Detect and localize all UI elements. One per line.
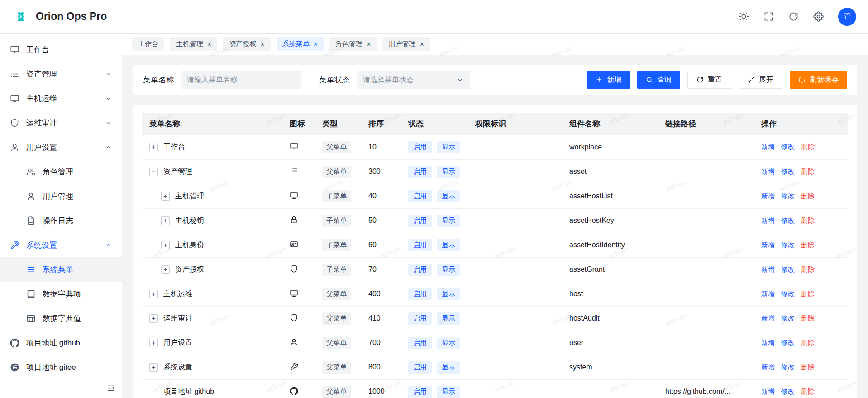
tab-2[interactable]: 资产授权×	[223, 37, 270, 51]
expand-row-button[interactable]: +	[161, 265, 170, 274]
row-add-link[interactable]: 新增	[761, 314, 775, 322]
row-edit-link[interactable]: 修改	[781, 363, 795, 371]
sidebar-subitem-role-management[interactable]: 角色管理	[0, 159, 122, 184]
visible-badge: 显示	[437, 288, 460, 300]
theme-icon[interactable]	[739, 11, 749, 22]
expand-row-button[interactable]: +	[149, 339, 158, 347]
table-row: +工作台父菜单10启用显示workplace新增修改删除	[142, 135, 848, 159]
row-add-link[interactable]: 新增	[761, 363, 775, 371]
sidebar-item-user-settings[interactable]: 用户设置	[0, 135, 122, 159]
row-add-link[interactable]: 新增	[761, 143, 775, 150]
menu-status-select[interactable]: 请选择菜单状态	[357, 71, 470, 89]
sidebar-subitem-dict-keys[interactable]: 数据字典项	[0, 282, 122, 306]
header-actions: 管	[739, 8, 856, 26]
row-delete-link[interactable]: 删除	[801, 388, 815, 395]
row-delete-link[interactable]: 删除	[801, 168, 815, 175]
sidebar-subitem-system-menu[interactable]: 系统菜单	[0, 257, 122, 282]
table-row: +系统设置父菜单800启用显示system新增修改删除	[142, 355, 848, 379]
sidebar-subitem-dict-values[interactable]: 数据字典值	[0, 306, 122, 331]
sidebar-item-asset-management[interactable]: 资产管理	[0, 62, 122, 86]
shield-icon	[290, 313, 298, 322]
row-delete-link[interactable]: 删除	[801, 290, 815, 297]
row-delete-link[interactable]: 删除	[801, 192, 815, 200]
row-add-link[interactable]: 新增	[761, 241, 775, 249]
menu-name-text: 运维审计	[163, 314, 192, 323]
row-edit-link[interactable]: 修改	[781, 290, 795, 297]
row-delete-link[interactable]: 删除	[801, 265, 815, 273]
close-icon[interactable]: ×	[260, 41, 264, 48]
column-header: 类型	[315, 113, 361, 135]
table-row: +主机运维父菜单400启用显示host新增修改删除	[142, 282, 848, 306]
tab-1[interactable]: 主机管理×	[170, 37, 217, 51]
collapse-sidebar-icon[interactable]	[107, 384, 115, 393]
close-icon[interactable]: ×	[367, 41, 371, 48]
row-delete-link[interactable]: 删除	[801, 216, 815, 224]
expand-row-button[interactable]: +	[149, 363, 158, 372]
row-delete-link[interactable]: 删除	[801, 143, 815, 150]
row-delete-link[interactable]: 删除	[801, 363, 815, 371]
row-add-link[interactable]: 新增	[761, 265, 775, 273]
sidebar-item-ops-audit[interactable]: 运维审计	[0, 110, 122, 135]
row-add-link[interactable]: 新增	[761, 339, 775, 346]
row-edit-link[interactable]: 修改	[781, 388, 795, 395]
row-add-link[interactable]: 新增	[761, 216, 775, 224]
row-edit-link[interactable]: 修改	[781, 265, 795, 273]
sidebar-item-host-ops[interactable]: 主机运维	[0, 86, 122, 110]
sidebar-subitem-label: 操作日志	[43, 216, 73, 226]
row-delete-link[interactable]: 删除	[801, 339, 815, 346]
tab-bar: 工作台主机管理×资产授权×系统菜单×角色管理×用户管理×	[122, 34, 868, 55]
expand-row-button[interactable]: +	[161, 216, 170, 225]
expand-row-button[interactable]: +	[149, 314, 158, 323]
expand-row-button[interactable]: +	[149, 143, 158, 151]
reset-button[interactable]: 重置	[687, 71, 731, 89]
table-body: +工作台父菜单10启用显示workplace新增修改删除−资产管理父菜单300启…	[142, 135, 848, 398]
row-edit-link[interactable]: 修改	[781, 143, 795, 150]
row-edit-link[interactable]: 修改	[781, 339, 795, 346]
column-header: 组件名称	[562, 113, 658, 135]
row-add-link[interactable]: 新增	[761, 168, 775, 175]
tab-5[interactable]: 用户管理×	[382, 37, 429, 51]
tab-4[interactable]: 角色管理×	[329, 37, 377, 51]
close-icon[interactable]: ×	[314, 41, 318, 48]
row-add-link[interactable]: 新增	[761, 290, 775, 297]
row-edit-link[interactable]: 修改	[781, 241, 795, 249]
expand-button[interactable]: 展开	[739, 71, 782, 89]
row-edit-link[interactable]: 修改	[781, 216, 795, 224]
menu-type-tag: 子菜单	[322, 215, 351, 227]
avatar[interactable]: 管	[838, 8, 856, 26]
row-edit-link[interactable]: 修改	[781, 314, 795, 322]
close-icon[interactable]: ×	[207, 41, 211, 48]
expand-row-button[interactable]: +	[149, 290, 158, 298]
sidebar-item-workbench[interactable]: 工作台	[0, 37, 122, 62]
row-delete-link[interactable]: 删除	[801, 314, 815, 322]
sidebar-item-system-settings[interactable]: 系统设置	[0, 233, 122, 257]
menu-name-text: 主机秘钥	[175, 216, 204, 225]
search-button[interactable]: 查询	[637, 71, 680, 89]
menu-name-input[interactable]	[181, 71, 301, 89]
menu-name-text: 资产管理	[163, 167, 192, 177]
sidebar-item-project-gitee[interactable]: 项目地址 gitee	[0, 355, 122, 379]
sidebar-item-label: 运维审计	[26, 118, 57, 128]
close-icon[interactable]: ×	[420, 41, 424, 48]
settings-icon[interactable]	[813, 11, 824, 22]
row-add-link[interactable]: 新增	[761, 192, 775, 200]
fullscreen-icon[interactable]	[763, 11, 774, 22]
refresh-cache-button[interactable]: 刷新缓存	[790, 71, 847, 89]
tab-3[interactable]: 系统菜单×	[277, 37, 324, 51]
app-logo[interactable]: Orion Ops Pro	[12, 8, 107, 26]
row-add-link[interactable]: 新增	[761, 388, 775, 395]
row-delete-link[interactable]: 删除	[801, 241, 815, 249]
tab-0[interactable]: 工作台	[132, 37, 164, 51]
column-header: 图标	[282, 113, 315, 135]
expand-row-button[interactable]: +	[161, 192, 170, 201]
row-edit-link[interactable]: 修改	[781, 168, 795, 175]
chevron-down-icon	[457, 77, 463, 83]
add-button[interactable]: 新增	[587, 71, 630, 89]
sidebar-subitem-user-management[interactable]: 用户管理	[0, 184, 122, 208]
row-edit-link[interactable]: 修改	[781, 192, 795, 200]
expand-row-button[interactable]: +	[161, 241, 170, 249]
sidebar-item-project-github[interactable]: 项目地址 github	[0, 331, 122, 355]
refresh-icon[interactable]	[788, 11, 799, 22]
collapse-row-button[interactable]: −	[149, 168, 158, 176]
sidebar-subitem-operation-log[interactable]: 操作日志	[0, 208, 122, 233]
